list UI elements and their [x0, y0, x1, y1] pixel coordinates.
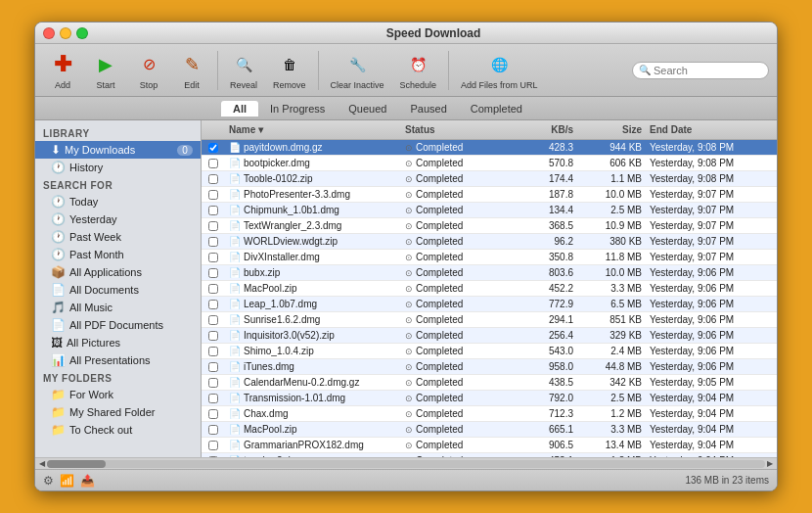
row-checkbox[interactable]	[202, 314, 225, 326]
maximize-button[interactable]	[76, 27, 88, 39]
row-checkbox[interactable]	[202, 189, 225, 201]
file-icon: 📄	[229, 377, 241, 388]
table-row[interactable]: 📄 MacPool.zip ⊙ Completed 665.1 3.3 MB Y…	[202, 422, 777, 438]
sidebar-item-shared-folder[interactable]: 📁 My Shared Folder	[35, 403, 201, 421]
tab-all[interactable]: All	[221, 101, 258, 117]
clear-inactive-button[interactable]: 🔧 Clear Inactive	[325, 47, 390, 94]
row-checkbox[interactable]	[202, 220, 225, 232]
row-checkbox[interactable]	[202, 173, 225, 185]
tab-paused[interactable]: Paused	[398, 101, 458, 117]
remove-button[interactable]: 🗑 Remove	[267, 47, 312, 94]
row-checkbox[interactable]	[202, 393, 225, 404]
table-row[interactable]: 📄 CalendarMenu-0.2.dmg.gz ⊙ Completed 43…	[202, 375, 777, 391]
sidebar-item-history[interactable]: 🕐 History	[35, 159, 201, 176]
sidebar-item-all-presentations[interactable]: 📊 All Presentations	[35, 351, 201, 369]
table-row[interactable]: 📄 Chax.dmg ⊙ Completed 712.3 1.2 MB Yest…	[202, 406, 777, 422]
sidebar-item-all-applications[interactable]: 📦 All Applications	[35, 263, 201, 281]
sidebar-item-all-documents[interactable]: 📄 All Documents	[35, 281, 201, 299]
sidebar-item-all-pictures[interactable]: 🖼 All Pictures	[35, 334, 201, 351]
row-checkbox[interactable]	[202, 424, 225, 436]
scrollbar-thumb[interactable]	[47, 460, 106, 468]
sidebar-item-for-work[interactable]: 📁 For Work	[35, 386, 201, 403]
sidebar-item-past-week[interactable]: 🕐 Past Week	[35, 228, 201, 246]
search-input[interactable]	[654, 65, 761, 76]
table-row[interactable]: 📄 MacPool.zip ⊙ Completed 452.2 3.3 MB Y…	[202, 281, 777, 297]
add-files-button[interactable]: 🌐 Add Files from URL	[455, 47, 544, 94]
row-size: 2.5 MB	[577, 392, 646, 404]
table-row[interactable]: 📄 bubx.zip ⊙ Completed 803.6 10.0 MB Yes…	[202, 265, 777, 281]
close-button[interactable]	[43, 27, 55, 39]
table-row[interactable]: 📄 Inquisitor3.0(v52).zip ⊙ Completed 256…	[202, 328, 777, 344]
row-checkbox[interactable]	[202, 440, 225, 451]
row-elapsed: 7s	[773, 282, 777, 295]
table-row[interactable]: 📄 Shimo_1.0.4.zip ⊙ Completed 543.0 2.4 …	[202, 344, 777, 359]
table-row[interactable]: 📄 Chipmunk_1.0b1.dmg ⊙ Completed 134.4 2…	[202, 203, 777, 218]
row-checkbox[interactable]	[202, 408, 225, 420]
add-files-icon: 🌐	[485, 51, 513, 78]
stop-button[interactable]: ⊘ Stop	[129, 47, 168, 94]
row-checkbox[interactable]	[202, 205, 225, 216]
row-checkbox[interactable]	[202, 142, 225, 154]
sidebar-item-all-pdf[interactable]: 📄 All PDF Documents	[35, 316, 201, 334]
row-name: 📄 MacPool.zip	[225, 282, 401, 295]
table-row[interactable]: 📄 GrammarianPROX182.dmg ⊙ Completed 906.…	[202, 438, 777, 453]
row-checkbox[interactable]	[202, 236, 225, 248]
table-row[interactable]: 📄 PhotoPresenter-3.3.dmg ⊙ Completed 187…	[202, 187, 777, 203]
row-checkbox[interactable]	[202, 252, 225, 263]
sidebar-item-today[interactable]: 🕐 Today	[35, 193, 201, 210]
gear-icon[interactable]: ⚙	[43, 474, 54, 488]
th-enddate[interactable]: End Date	[646, 122, 773, 137]
sidebar-item-my-downloads[interactable]: ⬇ My Downloads 0	[35, 141, 201, 159]
sidebar-item-all-music[interactable]: 🎵 All Music	[35, 299, 201, 316]
minimize-button[interactable]	[60, 27, 71, 39]
row-elapsed: 12s	[773, 266, 777, 279]
sidebar-item-yesterday[interactable]: 🕐 Yesterday	[35, 210, 201, 228]
table-row[interactable]: 📄 Tooble-0102.zip ⊙ Completed 174.4 1.1 …	[202, 171, 777, 187]
status-icon: ⊙	[405, 174, 413, 184]
table-row[interactable]: 📄 Sunrise1.6.2.dmg ⊙ Completed 294.1 851…	[202, 312, 777, 328]
table-row[interactable]: 📄 bootpicker.dmg ⊙ Completed 570.8 606 K…	[202, 156, 777, 171]
row-enddate: Yesterday, 9:04 PM	[646, 439, 773, 451]
reveal-button[interactable]: 🔍 Reveal	[224, 47, 263, 94]
tab-in-progress[interactable]: In Progress	[258, 101, 337, 117]
add-files-label: Add Files from URL	[461, 80, 538, 90]
table-row[interactable]: 📄 Leap_1.0b7.dmg ⊙ Completed 772.9 6.5 M…	[202, 297, 777, 312]
row-enddate: Yesterday, 9:06 PM	[646, 266, 773, 279]
row-checkbox[interactable]	[202, 283, 225, 295]
edit-button[interactable]: ✎ Edit	[172, 47, 211, 94]
tab-queued[interactable]: Queued	[337, 101, 398, 117]
th-status[interactable]: Status	[401, 122, 519, 137]
row-checkbox[interactable]	[202, 330, 225, 342]
table-row[interactable]: 📄 TextWrangler_2.3.dmg ⊙ Completed 368.5…	[202, 218, 777, 234]
row-kbs: 174.4	[519, 172, 577, 185]
th-name[interactable]: Name ▾	[225, 122, 401, 137]
row-checkbox[interactable]	[202, 346, 225, 357]
export-icon[interactable]: 📤	[80, 474, 95, 488]
today-icon: 🕐	[51, 195, 66, 209]
row-checkbox[interactable]	[202, 267, 225, 279]
start-button[interactable]: ▶ Start	[86, 47, 125, 94]
row-status: ⊙ Completed	[401, 392, 519, 404]
sidebar-item-past-month[interactable]: 🕐 Past Month	[35, 246, 201, 263]
row-checkbox[interactable]	[202, 361, 225, 373]
row-kbs: 543.0	[519, 345, 577, 357]
tab-completed[interactable]: Completed	[459, 101, 534, 117]
sidebar-item-to-check-out[interactable]: 📁 To Check out	[35, 421, 201, 439]
th-elapsed[interactable]: Elapsed Time	[773, 122, 777, 137]
th-kbs[interactable]: KB/s	[519, 122, 577, 137]
th-size[interactable]: Size	[577, 122, 646, 137]
table-row[interactable]: 📄 payitdown.dmg.gz ⊙ Completed 428.3 944…	[202, 140, 777, 156]
row-checkbox[interactable]	[202, 377, 225, 389]
start-label: Start	[96, 80, 114, 90]
row-checkbox[interactable]	[202, 299, 225, 310]
table-row[interactable]: 📄 iTunes.dmg ⊙ Completed 958.0 44.8 MB Y…	[202, 359, 777, 375]
add-button[interactable]: ✚ Add	[43, 47, 82, 94]
all-pics-icon: 🖼	[51, 336, 63, 350]
table-row[interactable]: 📄 Transmission-1.01.dmg ⊙ Completed 792.…	[202, 391, 777, 406]
table-row[interactable]: 📄 DivXInstaller.dmg ⊙ Completed 350.8 11…	[202, 250, 777, 265]
schedule-button[interactable]: ⏰ Schedule	[394, 47, 443, 94]
table-row[interactable]: 📄 WORLDview.wdgt.zip ⊙ Completed 96.2 38…	[202, 234, 777, 250]
scroll-right-arrow[interactable]: ▶	[765, 459, 775, 468]
scroll-left-arrow[interactable]: ◀	[37, 459, 47, 468]
row-checkbox[interactable]	[202, 158, 225, 169]
